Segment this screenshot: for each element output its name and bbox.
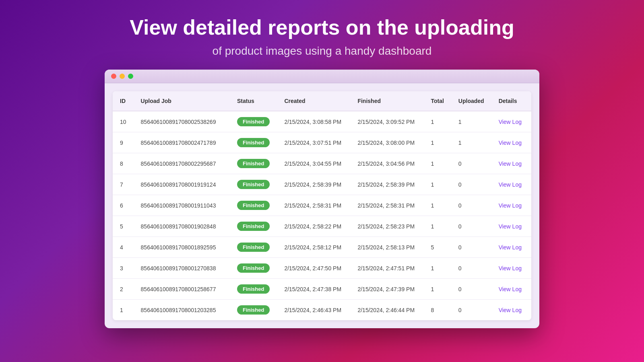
cell-uploaded: 0 bbox=[451, 153, 491, 174]
view-log-link[interactable]: View Log bbox=[499, 202, 522, 209]
cell-upload-job: 856406100891708001892595 bbox=[134, 237, 230, 258]
cell-details: View Log bbox=[491, 195, 531, 216]
view-log-link[interactable]: View Log bbox=[499, 119, 522, 125]
cell-uploaded: 0 bbox=[451, 237, 491, 258]
view-log-link[interactable]: View Log bbox=[499, 140, 522, 146]
cell-finished: 2/15/2024, 3:09:52 PM bbox=[350, 111, 423, 132]
cell-total: 1 bbox=[423, 153, 451, 174]
col-header-created: Created bbox=[277, 91, 350, 111]
cell-finished: 2/15/2024, 2:58:13 PM bbox=[350, 237, 423, 258]
col-header-details: Details bbox=[491, 91, 531, 111]
cell-id: 2 bbox=[113, 279, 134, 300]
cell-total: 1 bbox=[423, 195, 451, 216]
cell-details: View Log bbox=[491, 153, 531, 174]
cell-created: 2/15/2024, 3:04:55 PM bbox=[277, 153, 350, 174]
cell-id: 8 bbox=[113, 153, 134, 174]
view-log-link[interactable]: View Log bbox=[499, 286, 522, 292]
cell-status: Finished bbox=[230, 279, 277, 300]
traffic-light-yellow[interactable] bbox=[120, 74, 125, 79]
cell-status: Finished bbox=[230, 216, 277, 237]
cell-status: Finished bbox=[230, 195, 277, 216]
view-log-link[interactable]: View Log bbox=[499, 160, 522, 167]
main-title: View detailed reports on the uploading bbox=[130, 16, 514, 39]
upload-jobs-table: ID Upload Job Status Created Finished To… bbox=[113, 91, 531, 320]
status-badge: Finished bbox=[237, 305, 270, 315]
cell-status: Finished bbox=[230, 237, 277, 258]
cell-upload-job: 856406100891708002295687 bbox=[134, 153, 230, 174]
cell-uploaded: 0 bbox=[451, 258, 491, 279]
view-log-link[interactable]: View Log bbox=[499, 181, 522, 188]
cell-uploaded: 0 bbox=[451, 216, 491, 237]
cell-id: 10 bbox=[113, 111, 134, 132]
cell-details: View Log bbox=[491, 258, 531, 279]
cell-details: View Log bbox=[491, 216, 531, 237]
cell-uploaded: 0 bbox=[451, 195, 491, 216]
cell-created: 2/15/2024, 2:47:50 PM bbox=[277, 258, 350, 279]
cell-total: 1 bbox=[423, 216, 451, 237]
view-log-link[interactable]: View Log bbox=[499, 307, 522, 313]
cell-status: Finished bbox=[230, 258, 277, 279]
status-badge: Finished bbox=[237, 159, 270, 168]
cell-upload-job: 856406100891708001911043 bbox=[134, 195, 230, 216]
cell-status: Finished bbox=[230, 174, 277, 195]
cell-finished: 2/15/2024, 2:58:31 PM bbox=[350, 195, 423, 216]
col-header-status: Status bbox=[230, 91, 277, 111]
cell-status: Finished bbox=[230, 300, 277, 321]
status-badge: Finished bbox=[237, 180, 270, 189]
table-row: 6 856406100891708001911043 Finished 2/15… bbox=[113, 195, 531, 216]
cell-upload-job: 856406100891708001902848 bbox=[134, 216, 230, 237]
cell-details: View Log bbox=[491, 300, 531, 321]
cell-details: View Log bbox=[491, 279, 531, 300]
table-header-row: ID Upload Job Status Created Finished To… bbox=[113, 91, 531, 111]
cell-total: 1 bbox=[423, 279, 451, 300]
cell-finished: 2/15/2024, 2:58:39 PM bbox=[350, 174, 423, 195]
cell-uploaded: 0 bbox=[451, 279, 491, 300]
table-row: 1 856406100891708001203285 Finished 2/15… bbox=[113, 300, 531, 321]
cell-details: View Log bbox=[491, 111, 531, 132]
status-badge: Finished bbox=[237, 243, 270, 252]
table-row: 8 856406100891708002295687 Finished 2/15… bbox=[113, 153, 531, 174]
browser-window: ID Upload Job Status Created Finished To… bbox=[105, 70, 539, 328]
cell-status: Finished bbox=[230, 111, 277, 132]
cell-finished: 2/15/2024, 2:47:51 PM bbox=[350, 258, 423, 279]
view-log-link[interactable]: View Log bbox=[499, 244, 522, 251]
cell-id: 7 bbox=[113, 174, 134, 195]
browser-content: ID Upload Job Status Created Finished To… bbox=[113, 91, 531, 320]
cell-uploaded: 0 bbox=[451, 174, 491, 195]
col-header-finished: Finished bbox=[350, 91, 423, 111]
table-row: 10 85640610089170800253826​9 Finished 2/… bbox=[113, 111, 531, 132]
status-badge: Finished bbox=[237, 138, 270, 147]
cell-upload-job: 856406100891708001203285 bbox=[134, 300, 230, 321]
cell-id: 5 bbox=[113, 216, 134, 237]
col-header-upload-job: Upload Job bbox=[134, 91, 230, 111]
view-log-link[interactable]: View Log bbox=[499, 223, 522, 230]
cell-finished: 2/15/2024, 2:58:23 PM bbox=[350, 216, 423, 237]
cell-created: 2/15/2024, 2:46:43 PM bbox=[277, 300, 350, 321]
cell-uploaded: 1 bbox=[451, 111, 491, 132]
cell-total: 1 bbox=[423, 174, 451, 195]
cell-id: 4 bbox=[113, 237, 134, 258]
cell-total: 1 bbox=[423, 132, 451, 153]
cell-upload-job: 856406100891708001270838 bbox=[134, 258, 230, 279]
col-header-id: ID bbox=[113, 91, 134, 111]
cell-id: 1 bbox=[113, 300, 134, 321]
status-badge: Finished bbox=[237, 201, 270, 210]
cell-upload-job: 856406100891708002471789 bbox=[134, 132, 230, 153]
cell-total: 5 bbox=[423, 237, 451, 258]
cell-created: 2/15/2024, 2:58:39 PM bbox=[277, 174, 350, 195]
table-row: 9 856406100891708002471789 Finished 2/15… bbox=[113, 132, 531, 153]
traffic-light-green[interactable] bbox=[128, 74, 133, 79]
cell-upload-job: 856406100891708001919124 bbox=[134, 174, 230, 195]
header-section: View detailed reports on the uploading o… bbox=[122, 0, 522, 70]
cell-total: 1 bbox=[423, 111, 451, 132]
cell-created: 2/15/2024, 2:47:38 PM bbox=[277, 279, 350, 300]
table-row: 3 856406100891708001270838 Finished 2/15… bbox=[113, 258, 531, 279]
cell-created: 2/15/2024, 2:58:31 PM bbox=[277, 195, 350, 216]
cell-id: 3 bbox=[113, 258, 134, 279]
cell-details: View Log bbox=[491, 174, 531, 195]
view-log-link[interactable]: View Log bbox=[499, 265, 522, 272]
traffic-light-red[interactable] bbox=[111, 74, 116, 79]
cell-upload-job: 856406100891708001258677 bbox=[134, 279, 230, 300]
cell-id: 9 bbox=[113, 132, 134, 153]
cell-details: View Log bbox=[491, 237, 531, 258]
